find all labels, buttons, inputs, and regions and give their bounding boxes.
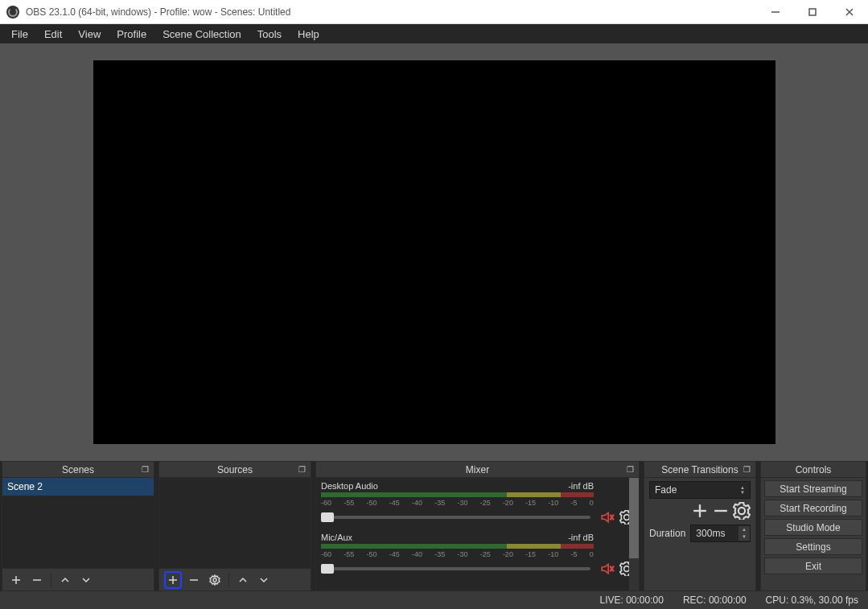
sources-list[interactable] [159,478,311,568]
settings-button[interactable]: Settings [764,538,862,555]
source-properties-button[interactable] [206,571,224,589]
controls-panel: Controls Start Streaming Start Recording… [760,461,866,591]
add-scene-button[interactable] [7,571,25,589]
preview-canvas[interactable] [93,60,775,444]
menu-tools[interactable]: Tools [249,26,290,43]
transition-properties-button[interactable] [733,502,751,520]
menu-profile[interactable]: Profile [109,26,154,43]
undock-icon[interactable]: ❐ [624,463,636,475]
transition-select[interactable]: Fade ▲▼ [649,481,751,499]
move-scene-down-button[interactable] [77,571,95,589]
main-area [0,43,868,461]
audio-meter [321,492,594,497]
mixer-title: Mixer [466,464,489,475]
add-transition-button[interactable] [691,502,709,520]
status-live: LIVE: 00:00:00 [599,595,663,606]
scenes-list[interactable]: Scene 2 [2,478,154,568]
transitions-title: Scene Transitions [661,464,738,475]
mixer-channel: Mic/Aux -inf dB -60-55-50-45-40-35-30-25… [321,533,634,576]
sources-title: Sources [217,464,253,475]
menubar: File Edit View Profile Scene Collection … [0,24,868,43]
mixer-channel: Desktop Audio -inf dB -60-55-50-45-40-35… [321,481,634,525]
close-button[interactable] [831,0,868,24]
menu-scene-collection[interactable]: Scene Collection [154,26,249,43]
controls-title: Controls [796,464,832,475]
maximize-button[interactable] [794,0,831,24]
scenes-title: Scenes [62,464,94,475]
transitions-panel: Scene Transitions❐ Fade ▲▼ Duration 300m… [644,461,756,591]
add-source-button[interactable] [164,571,182,589]
channel-level: -inf dB [568,481,594,491]
move-scene-up-button[interactable] [56,571,74,589]
meter-ticks: -60-55-50-45-40-35-30-25-20-15-10-50 [321,550,634,558]
channel-level: -inf dB [568,533,594,542]
start-recording-button[interactable]: Start Recording [764,500,862,516]
svg-rect-1 [809,9,816,15]
menu-view[interactable]: View [70,26,109,43]
move-source-down-button[interactable] [255,571,273,589]
mute-icon[interactable] [600,562,615,576]
svg-point-10 [213,578,216,582]
menu-edit[interactable]: Edit [36,26,70,43]
volume-slider[interactable] [321,516,590,519]
window-title: OBS 23.1.0 (64-bit, windows) - Profile: … [26,6,757,18]
channel-name: Mic/Aux [321,533,352,542]
exit-button[interactable]: Exit [764,558,862,574]
mixer-panel: Mixer❐ Desktop Audio -inf dB -60-55-50-4… [315,461,640,591]
meter-ticks: -60-55-50-45-40-35-30-25-20-15-10-50 [321,499,634,507]
sources-panel: Sources❐ [158,461,311,591]
remove-source-button[interactable] [185,571,203,589]
titlebar: OBS 23.1.0 (64-bit, windows) - Profile: … [0,0,868,24]
menu-help[interactable]: Help [290,26,327,43]
remove-transition-button[interactable] [712,502,730,520]
app-icon [6,6,19,19]
status-rec: REC: 00:00:00 [683,595,747,606]
move-source-up-button[interactable] [234,571,252,589]
minimize-button[interactable] [757,0,794,24]
undock-icon[interactable]: ❐ [296,463,307,475]
undock-icon[interactable]: ❐ [139,463,150,475]
scenes-panel: Scenes❐ Scene 2 [2,461,154,591]
menu-file[interactable]: File [3,26,36,43]
chevron-up-icon[interactable]: ▲ [738,526,750,533]
duration-label: Duration [649,528,685,539]
mixer-scrollbar[interactable] [629,478,639,590]
statusbar: LIVE: 00:00:00 REC: 00:00:00 CPU: 0.3%, … [0,591,868,609]
scene-item[interactable]: Scene 2 [2,478,154,496]
remove-scene-button[interactable] [28,571,46,589]
audio-meter [321,544,594,549]
undock-icon[interactable]: ❐ [741,463,752,475]
channel-name: Desktop Audio [321,481,378,491]
studio-mode-button[interactable]: Studio Mode [764,519,862,536]
mute-icon[interactable] [600,510,615,525]
status-cpu: CPU: 0.3%, 30.00 fps [766,595,858,606]
chevron-down-icon[interactable]: ▼ [738,533,750,541]
duration-input[interactable]: 300ms ▲▼ [690,525,751,542]
start-streaming-button[interactable]: Start Streaming [764,480,862,497]
volume-slider[interactable] [321,567,590,570]
